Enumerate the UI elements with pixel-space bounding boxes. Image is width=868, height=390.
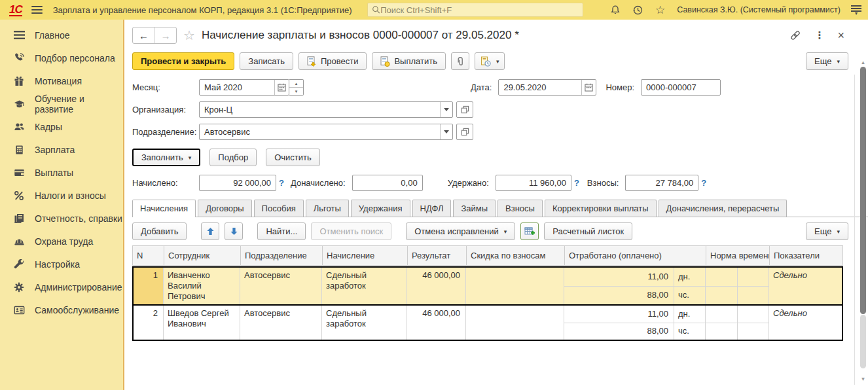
date-field[interactable]: 29.05.2020: [498, 79, 596, 96]
search-input[interactable]: [380, 5, 579, 15]
tab-ndfl[interactable]: НДФЛ: [412, 200, 452, 217]
cell-worked-unit[interactable]: дн. чс.: [674, 268, 706, 304]
move-up-button[interactable]: [201, 222, 219, 240]
combo-dropdown-icon[interactable]: [440, 124, 452, 139]
cell-norm-value[interactable]: [706, 268, 738, 304]
history-icon[interactable]: [632, 5, 643, 16]
forward-arrow-icon[interactable]: →: [154, 27, 176, 43]
table-row[interactable]: 1 Иванченко Василий Петрович Автосервис …: [134, 268, 842, 304]
cell-row-number[interactable]: 2: [134, 306, 164, 340]
cell-department[interactable]: Автосервис: [240, 268, 322, 304]
post-and-close-button[interactable]: Провести и закрыть: [132, 52, 234, 70]
cell-worked-value[interactable]: 11,00 88,00: [564, 306, 674, 340]
tab-recalculations[interactable]: Доначисления, перерасчеты: [659, 200, 787, 217]
cancel-search-button[interactable]: Отменить поиск: [311, 222, 391, 240]
calendar-icon[interactable]: [581, 80, 596, 95]
contributions-help-link[interactable]: ?: [701, 178, 706, 188]
favorite-star-icon[interactable]: ☆: [183, 29, 195, 42]
scroll-up-icon[interactable]: ▴: [861, 59, 865, 67]
stepper-up-icon[interactable]: ▴: [289, 80, 303, 88]
sidebar-item-payments[interactable]: Выплаты: [0, 161, 123, 184]
cell-employee[interactable]: Шведов Сергей Иванович: [164, 306, 240, 340]
tab-contracts[interactable]: Договоры: [198, 200, 251, 217]
withheld-help-link[interactable]: ?: [574, 178, 579, 188]
sidebar-item-administration[interactable]: Администрирование: [0, 275, 123, 298]
scrollbar-thumb[interactable]: [860, 67, 866, 314]
scroll-down-icon[interactable]: ▾: [861, 376, 865, 383]
cell-accrual[interactable]: Сдельный заработок: [322, 268, 407, 304]
sidebar-item-reports[interactable]: Отчетность, справки: [0, 207, 123, 230]
tab-privileges[interactable]: Льготы: [306, 200, 349, 217]
fill-button[interactable]: Заполнить▾: [132, 149, 200, 166]
global-search[interactable]: [367, 3, 583, 17]
sidebar-item-hr[interactable]: Кадры: [0, 115, 123, 138]
cancel-corrections-button[interactable]: Отмена исправлений▾: [406, 222, 515, 240]
cell-worked-unit[interactable]: дн. чс.: [674, 306, 706, 340]
cell-row-number[interactable]: 1: [134, 268, 164, 304]
cell-department[interactable]: Автосервис: [240, 306, 322, 340]
sidebar-item-main[interactable]: Главное: [0, 24, 123, 46]
pay-button[interactable]: Выплатить: [372, 52, 446, 70]
document-more-button[interactable]: Еще▾: [806, 52, 848, 70]
post-button[interactable]: Провести: [298, 52, 367, 70]
cell-norm-value[interactable]: [706, 306, 738, 340]
calendar-icon[interactable]: [274, 80, 289, 95]
favorites-star-icon[interactable]: ☆: [655, 3, 665, 17]
organization-field[interactable]: Крон-Ц: [199, 101, 453, 118]
sidebar-item-recruitment[interactable]: Подбор персонала: [0, 46, 123, 69]
notifications-bell-icon[interactable]: [610, 5, 621, 15]
cell-norm-unit[interactable]: [738, 306, 769, 340]
department-open-button[interactable]: [456, 124, 473, 140]
service-menu-icon[interactable]: ▾: [851, 4, 861, 16]
write-button[interactable]: Записать: [240, 52, 293, 70]
cell-discount[interactable]: [466, 268, 564, 304]
sidebar-item-labor-safety[interactable]: Охрана труда: [0, 230, 123, 253]
accrued-help-link[interactable]: ?: [279, 178, 284, 188]
selection-button[interactable]: Подбор: [209, 149, 257, 166]
stepper-down-icon[interactable]: ▾: [289, 88, 303, 95]
grid-more-button[interactable]: Еще▾: [806, 222, 848, 240]
cell-result[interactable]: 46 000,00: [407, 268, 466, 304]
cell-indicators[interactable]: Сдельно: [769, 306, 842, 340]
cell-indicators[interactable]: Сдельно: [769, 268, 842, 304]
department-field[interactable]: Автосервис: [199, 124, 453, 140]
accrued-field[interactable]: 92 000,00: [199, 175, 276, 191]
month-stepper[interactable]: ▴ ▾: [289, 79, 304, 96]
payslip-button[interactable]: Расчетный листок: [544, 222, 632, 240]
move-down-button[interactable]: [225, 222, 243, 240]
cell-employee[interactable]: Иванченко Василий Петрович: [164, 268, 240, 304]
organization-open-button[interactable]: [456, 101, 473, 118]
withheld-field[interactable]: 11 960,00: [496, 175, 571, 191]
main-menu-icon[interactable]: [31, 4, 43, 16]
sidebar-item-payroll[interactable]: Зарплата: [0, 138, 123, 161]
vertical-scrollbar[interactable]: ▴ ▾: [859, 59, 867, 383]
grid-settings-button[interactable]: [520, 222, 539, 240]
contributions-field[interactable]: 27 784,00: [625, 175, 698, 191]
current-user[interactable]: Савинская З.Ю. (Системный программист): [677, 5, 841, 14]
find-button[interactable]: Найти...: [257, 222, 306, 240]
close-icon[interactable]: ×: [837, 29, 844, 43]
cell-norm-unit[interactable]: [738, 268, 769, 304]
table-row[interactable]: 2 Шведов Сергей Иванович Автосервис Сдел…: [134, 304, 842, 340]
back-arrow-icon[interactable]: ←: [133, 27, 154, 43]
number-field[interactable]: 0000-000007: [641, 79, 721, 96]
cell-worked-value[interactable]: 11,00 88,00: [564, 268, 674, 304]
sidebar-item-motivation[interactable]: Мотивация: [0, 69, 123, 92]
document-log-button[interactable]: ▾: [475, 52, 505, 70]
tab-deductions[interactable]: Удержания: [351, 200, 410, 217]
attachments-button[interactable]: [451, 52, 469, 70]
additional-field[interactable]: 0,00: [352, 175, 423, 191]
sidebar-item-settings[interactable]: Настройка: [0, 253, 123, 275]
combo-dropdown-icon[interactable]: [440, 102, 452, 117]
sidebar-item-taxes[interactable]: Налоги и взносы: [0, 184, 123, 207]
tab-accruals[interactable]: Начисления: [132, 200, 196, 217]
sidebar-item-training[interactable]: Обучение и развитие: [0, 92, 123, 115]
tab-payment-adjustments[interactable]: Корректировки выплаты: [545, 200, 657, 217]
more-actions-kebab-icon[interactable]: ⋮: [814, 29, 824, 41]
cell-result[interactable]: 46 000,00: [407, 306, 466, 340]
tab-contributions[interactable]: Взносы: [497, 200, 543, 217]
tab-loans[interactable]: Займы: [453, 200, 496, 217]
sidebar-item-self-service[interactable]: Самообслуживание: [0, 298, 123, 321]
cell-discount[interactable]: [466, 306, 564, 340]
add-row-button[interactable]: Добавить: [132, 222, 187, 240]
